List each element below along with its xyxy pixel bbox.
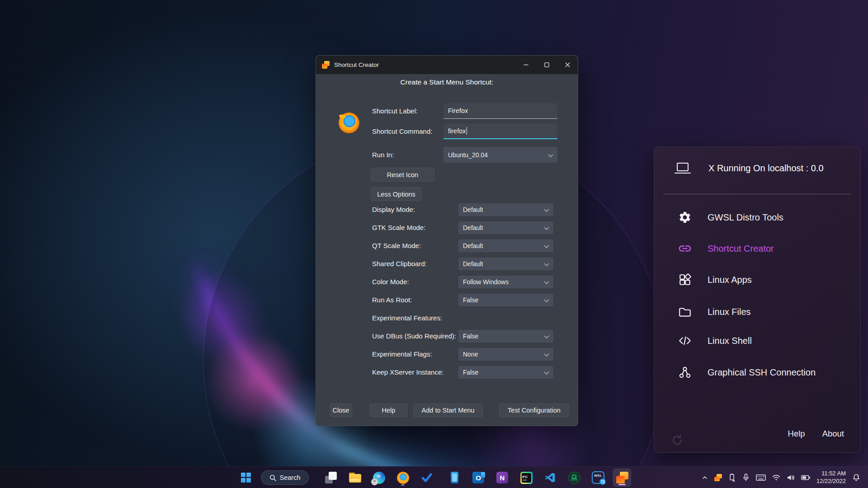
chevron-down-icon bbox=[544, 206, 549, 213]
shortcut-label-input[interactable]: Firefox bbox=[443, 103, 557, 119]
shared-clipboard-label: Shared Clipboard: bbox=[372, 258, 427, 270]
refresh-icon bbox=[670, 433, 684, 447]
link-icon bbox=[678, 241, 692, 256]
gwsl-app-icon bbox=[322, 61, 330, 69]
firefox-button[interactable] bbox=[394, 469, 412, 487]
window-titlebar[interactable]: Shortcut Creator bbox=[316, 56, 578, 74]
wsl-button[interactable]: WSL bbox=[589, 469, 607, 487]
gtk-scale-mode-select[interactable]: Default bbox=[458, 221, 553, 234]
panel-item-linux-shell[interactable]: Linux Shell bbox=[654, 328, 860, 353]
check-icon bbox=[421, 472, 433, 483]
shortcut-command-label: Shortcut Command: bbox=[372, 123, 432, 139]
run-in-select[interactable]: Ubuntu_20.04 bbox=[443, 147, 557, 163]
chevron-down-icon bbox=[544, 224, 549, 231]
todo-button[interactable] bbox=[418, 469, 436, 487]
chevron-down-icon bbox=[544, 369, 549, 376]
shortcut-label-value: Firefox bbox=[448, 107, 468, 114]
close-button[interactable]: Close bbox=[330, 404, 352, 417]
edge-button[interactable] bbox=[370, 469, 388, 487]
close-icon bbox=[565, 62, 570, 67]
outlook-button[interactable]: O bbox=[469, 469, 487, 487]
file-explorer-button[interactable] bbox=[346, 469, 364, 487]
experimental-flags-select[interactable]: None bbox=[458, 348, 553, 361]
display-mode-label: Display Mode: bbox=[372, 203, 415, 216]
keep-xserver-label: Keep XServer Instance: bbox=[372, 366, 443, 379]
test-configuration-button[interactable]: Test Configuration bbox=[499, 404, 569, 417]
focus-assist-bell-icon[interactable]: z bbox=[852, 473, 861, 482]
text-cursor bbox=[467, 127, 467, 135]
maximize-button[interactable] bbox=[536, 56, 557, 74]
phone-link-button[interactable] bbox=[445, 469, 463, 487]
qt-scale-mode-label: QT Scale Mode: bbox=[372, 239, 421, 252]
panel-item-graphical-ssh[interactable]: Graphical SSH Connection bbox=[654, 360, 860, 385]
clock[interactable]: 11:52 AM 12/22/2022 bbox=[816, 470, 846, 485]
x-server-status-text: X Running On localhost : 0.0 bbox=[708, 163, 824, 174]
chevron-down-icon bbox=[544, 351, 549, 358]
display-mode-select[interactable]: Default bbox=[458, 203, 553, 216]
help-button[interactable]: Help bbox=[370, 404, 407, 417]
task-view-icon bbox=[325, 472, 337, 483]
volume-tray-icon[interactable] bbox=[787, 474, 795, 481]
qt-scale-mode-select[interactable]: Default bbox=[458, 239, 553, 252]
color-mode-select[interactable]: Follow Windows bbox=[458, 276, 553, 288]
battery-tray-icon[interactable] bbox=[801, 475, 811, 480]
color-mode-label: Color Mode: bbox=[372, 276, 409, 288]
shortcut-label-label: Shortcut Label: bbox=[372, 103, 418, 119]
dialog-heading: Create a Start Menu Shortcut: bbox=[316, 78, 578, 86]
start-button[interactable] bbox=[237, 469, 255, 487]
wsl-arrow-icon bbox=[599, 479, 606, 485]
panel-item-shortcut-creator[interactable]: Shortcut Creator bbox=[654, 236, 860, 261]
keep-xserver-select[interactable]: False bbox=[458, 366, 553, 379]
close-window-button[interactable] bbox=[557, 56, 578, 74]
panel-item-linux-files[interactable]: Linux Files bbox=[654, 299, 860, 324]
maximize-icon bbox=[544, 62, 549, 67]
pycharm-button[interactable]: PC bbox=[517, 469, 535, 487]
experimental-flags-label: Experimental Flags: bbox=[372, 348, 432, 361]
add-to-start-menu-button[interactable]: Add to Start Menu bbox=[413, 404, 483, 417]
gwsl-icon bbox=[616, 472, 628, 483]
touch-keyboard-button[interactable] bbox=[756, 474, 766, 481]
experimental-features-label: Experimental Features: bbox=[372, 312, 442, 324]
less-options-button[interactable]: Less Options bbox=[371, 187, 422, 201]
shortcut-creator-window: Shortcut Creator Create a Start Menu Sho… bbox=[316, 55, 578, 426]
outlook-icon: O bbox=[472, 472, 484, 483]
vscode-icon bbox=[544, 472, 556, 483]
run-in-value: Ubuntu_20.04 bbox=[448, 151, 488, 159]
usb-tray-icon[interactable] bbox=[728, 473, 736, 482]
vscode-button[interactable] bbox=[541, 469, 559, 487]
chevron-down-icon bbox=[544, 278, 549, 286]
microphone-tray-icon[interactable] bbox=[742, 473, 750, 482]
wifi-tray-icon[interactable] bbox=[772, 474, 781, 481]
onenote-button[interactable]: N bbox=[493, 469, 511, 487]
tray-chevron-button[interactable] bbox=[701, 474, 708, 481]
chevron-down-icon bbox=[544, 333, 549, 340]
panel-item-gwsl-distro-tools[interactable]: GWSL Distro Tools bbox=[654, 205, 860, 230]
minimize-icon bbox=[524, 62, 528, 67]
minimize-button[interactable] bbox=[515, 56, 536, 74]
tray-time: 11:52 AM bbox=[816, 470, 846, 478]
task-view-button[interactable] bbox=[322, 469, 340, 487]
panel-help-link[interactable]: Help bbox=[788, 429, 805, 439]
gwsl-button[interactable] bbox=[613, 469, 631, 487]
search-button[interactable]: Search bbox=[261, 470, 309, 485]
shortcut-command-input[interactable]: firefox bbox=[443, 123, 557, 139]
octopus-app-button[interactable] bbox=[565, 469, 583, 487]
use-dbus-select[interactable]: False bbox=[458, 330, 553, 343]
reset-icon-button[interactable]: Reset Icon bbox=[371, 168, 434, 182]
gwsl-tray-icon[interactable] bbox=[714, 474, 722, 481]
chevron-down-icon bbox=[544, 296, 549, 304]
panel-item-linux-apps[interactable]: Linux Apps bbox=[654, 267, 860, 292]
run-as-root-label: Run As Root: bbox=[372, 294, 412, 306]
run-as-root-select[interactable]: False bbox=[458, 294, 553, 306]
divider bbox=[663, 194, 851, 194]
pycharm-icon: PC bbox=[520, 472, 533, 484]
network-nodes-icon bbox=[678, 365, 692, 380]
apps-grid-icon bbox=[678, 272, 692, 287]
firefox-shortcut-icon[interactable] bbox=[339, 113, 359, 133]
panel-about-link[interactable]: About bbox=[822, 429, 844, 439]
open-window-indicator bbox=[401, 484, 405, 486]
shared-clipboard-select[interactable]: Default bbox=[458, 258, 553, 270]
windows-logo-icon bbox=[241, 473, 251, 483]
laptop-icon bbox=[674, 161, 691, 175]
file-explorer-icon bbox=[349, 473, 361, 483]
